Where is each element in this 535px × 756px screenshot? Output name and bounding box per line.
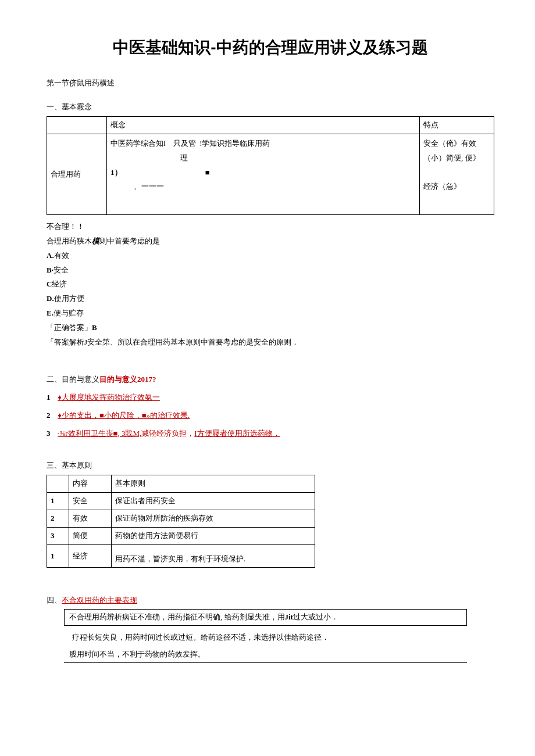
table-row: 1 安全 保证出者用药安全 bbox=[47, 493, 315, 510]
option-c: C经济 bbox=[47, 278, 494, 291]
principles-table: 内容 基本原则 1 安全 保证出者用药安全 2 有效 保证药物对所防治的疾病存效… bbox=[47, 475, 315, 568]
question-stem: 合理用药狭木模则中首要考虑的是 bbox=[47, 235, 494, 248]
concept-line1d: !学知识指导临床用药 bbox=[199, 139, 270, 148]
concept-cell: 中医药学综合知i 只及管 !学知识指导临床用药 理 1） ■ 、一一一 bbox=[107, 134, 420, 215]
concept-line1a: 中医药学综合知i bbox=[110, 139, 166, 148]
answer-explain: 「答案解析J安全第、所以在合理用药基本原则中首要考虑的是安全的原则． bbox=[47, 336, 494, 349]
square-icon: ■ bbox=[205, 168, 210, 177]
purpose-link-3a[interactable]: ·⅜r效利用卫生丧■, 3戝M, bbox=[58, 429, 141, 438]
purpose-item-1: 1 ♦大展度地发挥药物治疗效氨一 bbox=[47, 392, 494, 404]
feature-line3: 经济（急》 bbox=[423, 182, 461, 191]
concept-line1b: 只及管 bbox=[173, 139, 196, 148]
th-blank bbox=[47, 117, 107, 134]
concept-line1c: 理 bbox=[180, 151, 188, 166]
unreasonable-table2: 股用时间不当，不利于药物的药效发挥。 bbox=[64, 646, 467, 663]
row-label: 合理用药 bbox=[47, 134, 107, 215]
th-concept: 概念 bbox=[107, 117, 420, 134]
section1-label: 第一节侪鼠用药横述 bbox=[47, 77, 494, 89]
feature-line2: （小）简便, 便》 bbox=[423, 153, 480, 162]
option-b: B·安全 bbox=[47, 264, 494, 277]
unreasonable-line1: 不合理用药辨析病证不准确，用药指征不明确, 给药剂显失准，用Jit过大或过小． bbox=[65, 610, 467, 626]
unreasonable-line3: 股用时间不当，不利于药物的药效发挥。 bbox=[65, 646, 467, 662]
table-row: 1 经济 用药不滥，皆济实用，有利于环境保护. bbox=[47, 544, 315, 568]
unreasonable-line2: 疗程长短失良，用药时间过长或过短。给药途径不适，未选择以佳给药途径． bbox=[72, 632, 494, 644]
answer-line: 「正确答案」B bbox=[47, 322, 494, 334]
purpose-item-2: 2 ♦少的支出，■小的尺险，■»的治疗效果. bbox=[47, 410, 494, 422]
purpose-link-3c[interactable]: I方便屦者使用所选药物． bbox=[194, 429, 280, 438]
section2-heading: 二、目的与意义目的与意义2017? bbox=[47, 374, 494, 386]
table-row: 3 简便 药物的使用方法简便易行 bbox=[47, 527, 315, 544]
purpose-item-3: 3 ·⅜r效利用卫生丧■, 3戝M,减轻经济负担，I方便屦者使用所选药物． bbox=[47, 428, 494, 440]
concepts-table: 概念 特点 合理用药 中医药学综合知i 只及管 !学知识指导临床用药 理 1） … bbox=[47, 116, 494, 215]
th-feature: 特点 bbox=[420, 117, 494, 134]
th-content: 内容 bbox=[69, 475, 112, 493]
feature-line1: 安全（俺》有效 bbox=[423, 139, 476, 148]
option-e: E.便与贮存 bbox=[47, 307, 494, 320]
th-num bbox=[47, 475, 69, 493]
concept-line2: 1） bbox=[110, 168, 122, 177]
after-table-text: 不合理！！ bbox=[47, 221, 494, 233]
unreasonable-table: 不合理用药辨析病证不准确，用药指征不明确, 给药剂显失准，用Jit过大或过小． bbox=[64, 609, 467, 626]
purpose-link-2[interactable]: ♦少的支出，■小的尺险，■»的治疗效果. bbox=[58, 411, 190, 420]
section4-link[interactable]: 不合双用药的主要表现 bbox=[62, 596, 137, 604]
option-d: D.使用方便 bbox=[47, 293, 494, 305]
section4-heading: 四、不合双用药的主要表现 bbox=[47, 594, 494, 607]
purpose-link-1[interactable]: ♦大展度地发挥药物治疗效氨一 bbox=[58, 393, 160, 402]
option-a: A.有效 bbox=[47, 250, 494, 262]
page-title: 中医基础知识-中药的合理应用讲义及练习题 bbox=[47, 35, 494, 61]
section3-heading: 三、基本原则 bbox=[47, 460, 494, 472]
section1-heading: 一、基本霰念 bbox=[47, 101, 494, 113]
purpose-list: 1 ♦大展度地发挥药物治疗效氨一 2 ♦少的支出，■小的尺险，■»的治疗效果. … bbox=[47, 392, 494, 439]
table-row: 2 有效 保证药物对所防治的疾病存效 bbox=[47, 510, 315, 527]
feature-cell: 安全（俺》有效 （小）简便, 便》 经济（急》 bbox=[420, 134, 494, 215]
concept-line3: 、一一一 bbox=[134, 180, 164, 194]
th-principle: 基本原则 bbox=[112, 475, 315, 493]
